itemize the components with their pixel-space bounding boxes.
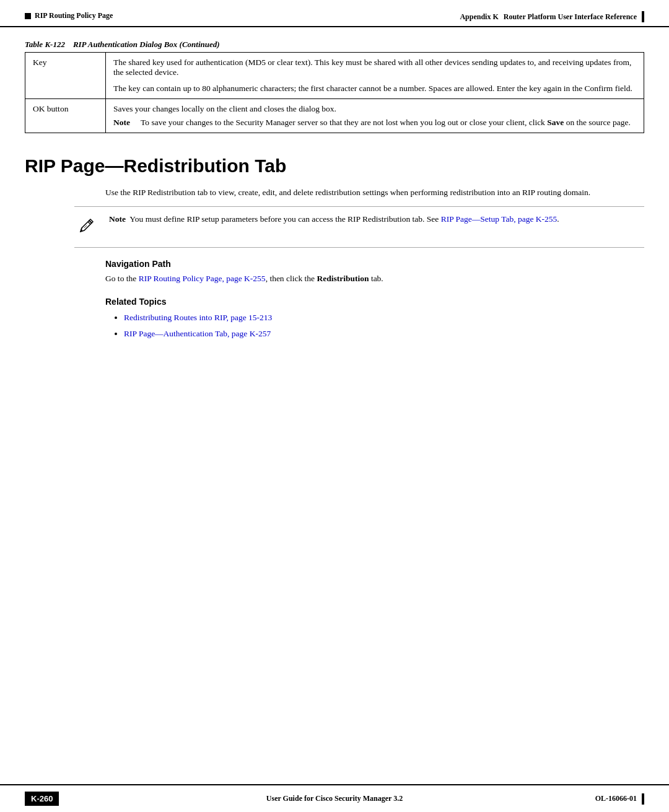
nav-path-link[interactable]: RIP Routing Policy Page, page K-255 [139, 274, 266, 283]
related-link-2[interactable]: RIP Page—Authentication Tab, page K-257 [124, 329, 271, 338]
related-topics-heading: Related Topics [25, 297, 644, 307]
section-heading: RIP Page—Redistribution Tab [25, 155, 644, 177]
note-box: Note You must define RIP setup parameter… [74, 206, 644, 248]
ok-note-text: To save your changes to the Security Man… [141, 118, 631, 128]
table-cell-content-key: The shared key used for authentication (… [106, 53, 644, 99]
ok-note-row: Note To save your changes to the Securit… [113, 118, 636, 128]
table-caption-text: RIP Authentication Dialog Box (Continued… [73, 40, 220, 49]
related-topics-list: Redistributing Routes into RIP, page 15-… [25, 310, 644, 342]
list-item: RIP Page—Authentication Tab, page K-257 [124, 326, 644, 341]
note-content: Note You must define RIP setup parameter… [109, 213, 644, 225]
footer-right: OL-16066-01 [595, 793, 644, 805]
header-right: Appendix K Router Platform User Interfac… [460, 11, 644, 22]
header-left: RIP Routing Policy Page [25, 11, 113, 20]
pencil-icon [74, 214, 99, 241]
section-intro: Use the RIP Redistribution tab to view, … [25, 186, 644, 199]
note-title-label: Note [109, 214, 126, 224]
key-para-1: The shared key used for authentication (… [113, 58, 636, 77]
page-footer: K-260 User Guide for Cisco Security Mana… [0, 784, 669, 812]
footer-bar [642, 793, 644, 805]
svg-line-1 [84, 225, 87, 228]
footer-page-number: K-260 [25, 792, 59, 806]
header-section-title: RIP Routing Policy Page [35, 11, 113, 20]
header-appendix-label: Appendix K [460, 12, 498, 22]
key-para-2: The key can contain up to 80 alphanumeri… [113, 84, 636, 94]
table-cell-content-ok: Saves your changes locally on the client… [106, 99, 644, 133]
svg-line-0 [83, 224, 85, 227]
table-row: OK button Saves your changes locally on … [25, 99, 644, 133]
table-cell-label-key: Key [25, 53, 106, 99]
footer-doc-number: OL-16066-01 [595, 794, 637, 803]
note-link[interactable]: RIP Page—Setup Tab, page K-255 [441, 214, 558, 224]
note-text: You must define RIP setup parameters bef… [128, 214, 559, 224]
nav-path-heading: Navigation Path [25, 259, 644, 269]
ok-note-label: Note [113, 118, 136, 128]
page-content: Table K-122 RIP Authentication Dialog Bo… [0, 27, 669, 367]
related-link-1[interactable]: Redistributing Routes into RIP, page 15-… [124, 313, 272, 322]
header-bar [642, 11, 644, 22]
main-table: Key The shared key used for authenticati… [25, 52, 644, 133]
table-caption-bold: Table K-122 [25, 40, 65, 49]
nav-path-text: Go to the RIP Routing Policy Page, page … [25, 273, 644, 285]
table-row: Key The shared key used for authenticati… [25, 53, 644, 99]
table-cell-label-ok: OK button [25, 99, 106, 133]
square-icon [25, 13, 31, 19]
footer-left: K-260 [25, 792, 59, 806]
list-item: Redistributing Routes into RIP, page 15-… [124, 310, 644, 325]
page-header: RIP Routing Policy Page Appendix K Route… [0, 0, 669, 27]
table-caption: Table K-122 RIP Authentication Dialog Bo… [25, 40, 644, 50]
header-title: Router Platform User Interface Reference [504, 12, 637, 22]
ok-para-1: Saves your changes locally on the client… [113, 104, 636, 114]
footer-center-text: User Guide for Cisco Security Manager 3.… [266, 794, 403, 803]
